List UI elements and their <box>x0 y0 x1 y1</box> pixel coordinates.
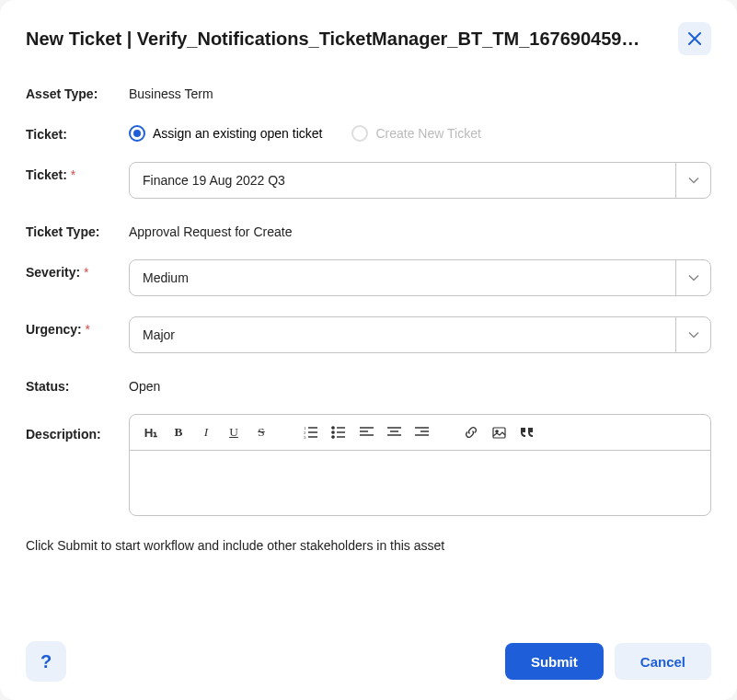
row-ticket-select: Ticket: * Finance 19 Aug 2022 Q3 <box>26 162 711 199</box>
new-ticket-modal: New Ticket | Verify_Notifications_Ticket… <box>0 0 737 700</box>
cancel-button[interactable]: Cancel <box>615 643 711 680</box>
select-value: Major <box>130 317 675 352</box>
svg-point-24 <box>495 430 497 431</box>
urgency-select[interactable]: Major <box>129 316 711 353</box>
radio-label: Create New Ticket <box>375 126 480 141</box>
hint-text: Click Submit to start workflow and inclu… <box>26 538 711 553</box>
toolbar-strike-button[interactable]: S <box>249 420 273 444</box>
radio-icon <box>351 125 368 142</box>
quote-icon <box>520 427 534 438</box>
footer-actions: Submit Cancel <box>505 643 711 680</box>
value-status: Open <box>129 373 711 394</box>
ticket-select[interactable]: Finance 19 Aug 2022 Q3 <box>129 162 711 199</box>
radio-create-new: Create New Ticket <box>351 125 480 142</box>
submit-button[interactable]: Submit <box>505 643 604 680</box>
form-body: Asset Type: Business Term Ticket: Assign… <box>26 81 711 623</box>
toolbar-align-center-button[interactable] <box>382 420 406 444</box>
ticket-mode-radio-group: Assign an existing open ticket Create Ne… <box>129 121 711 142</box>
value-asset-type: Business Term <box>129 81 711 101</box>
severity-select[interactable]: Medium <box>129 259 711 296</box>
svg-point-8 <box>332 427 334 429</box>
image-icon <box>492 427 506 439</box>
toolbar-bold-button[interactable]: B <box>167 420 190 444</box>
select-value: Finance 19 Aug 2022 Q3 <box>130 163 675 198</box>
toolbar-ordered-list-button[interactable]: 123 <box>299 420 323 444</box>
ordered-list-icon: 123 <box>304 426 318 439</box>
row-severity: Severity: * Medium <box>26 259 711 296</box>
modal-header: New Ticket | Verify_Notifications_Ticket… <box>26 22 711 55</box>
toolbar-align-right-button[interactable] <box>409 420 433 444</box>
align-right-icon <box>415 427 429 438</box>
close-button[interactable] <box>678 22 711 55</box>
toolbar-align-left-button[interactable] <box>354 420 378 444</box>
toolbar-italic-button[interactable]: I <box>194 420 218 444</box>
row-description: Description: H₁ B I U S 123 <box>26 414 711 516</box>
label-urgency: Urgency: * <box>26 316 129 337</box>
row-ticket-mode: Ticket: Assign an existing open ticket C… <box>26 121 711 142</box>
chevron-down-icon <box>675 317 710 352</box>
toolbar-link-button[interactable] <box>459 420 483 444</box>
label-asset-type: Asset Type: <box>26 81 129 101</box>
label-ticket-type: Ticket Type: <box>26 219 129 239</box>
radio-label: Assign an existing open ticket <box>153 126 322 141</box>
select-value: Medium <box>130 260 675 295</box>
radio-icon <box>129 125 145 142</box>
label-status: Status: <box>26 373 129 394</box>
value-ticket-type: Approval Request for Create <box>129 219 711 239</box>
align-center-icon <box>387 427 401 438</box>
description-editor: H₁ B I U S 123 <box>129 414 711 516</box>
toolbar-underline-button[interactable]: U <box>222 420 246 444</box>
editor-toolbar: H₁ B I U S 123 <box>130 415 710 451</box>
row-ticket-type: Ticket Type: Approval Request for Create <box>26 219 711 239</box>
label-ticket-select: Ticket: * <box>26 162 129 182</box>
align-left-icon <box>360 427 374 438</box>
chevron-down-icon <box>675 163 710 198</box>
row-asset-type: Asset Type: Business Term <box>26 81 711 101</box>
toolbar-heading-button[interactable]: H₁ <box>139 420 163 444</box>
toolbar-unordered-list-button[interactable] <box>327 420 351 444</box>
help-button[interactable]: ? <box>26 641 66 682</box>
toolbar-quote-button[interactable] <box>514 420 538 444</box>
chevron-down-icon <box>675 260 710 295</box>
link-icon <box>464 425 478 440</box>
toolbar-image-button[interactable] <box>487 420 511 444</box>
row-status: Status: Open <box>26 373 711 394</box>
unordered-list-icon <box>331 426 346 439</box>
radio-assign-existing[interactable]: Assign an existing open ticket <box>129 125 322 142</box>
label-description: Description: <box>26 414 129 442</box>
label-severity: Severity: * <box>26 259 129 280</box>
description-textarea[interactable] <box>130 451 710 515</box>
label-ticket-mode: Ticket: <box>26 121 129 142</box>
modal-footer: ? Submit Cancel <box>26 641 711 682</box>
modal-title: New Ticket | Verify_Notifications_Ticket… <box>26 29 678 50</box>
close-icon <box>688 32 701 45</box>
svg-text:3: 3 <box>304 435 306 439</box>
row-urgency: Urgency: * Major <box>26 316 711 353</box>
svg-point-10 <box>332 436 334 438</box>
svg-point-9 <box>332 431 334 433</box>
